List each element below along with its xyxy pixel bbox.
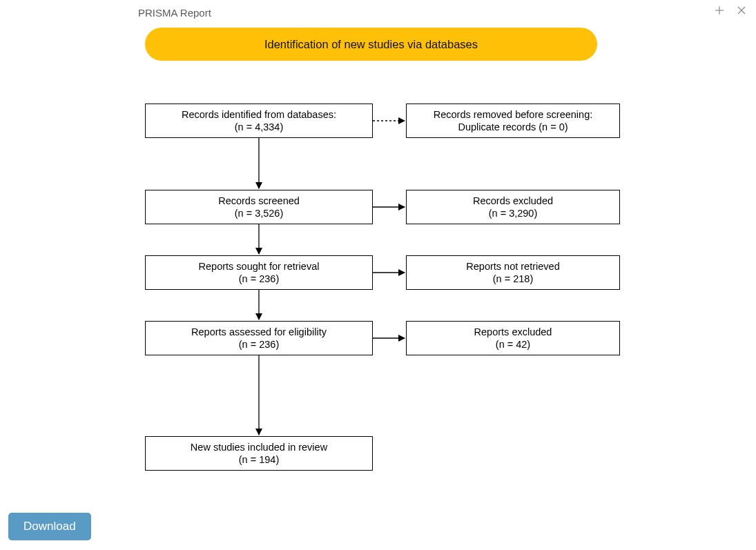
window-controls (715, 6, 746, 18)
box-line: (n = 4,334) (235, 121, 284, 133)
box-line: (n = 218) (493, 273, 533, 285)
box-line: Reports not retrieved (466, 260, 559, 273)
box-line: Records removed before screening: (434, 108, 593, 121)
plus-icon[interactable] (715, 6, 724, 18)
download-button[interactable]: Download (8, 513, 91, 540)
box-records-screened: Records screened (n = 3,526) (145, 190, 373, 224)
box-records-identified: Records identified from databases: (n = … (145, 104, 373, 138)
box-line: (n = 3,526) (235, 207, 284, 219)
box-line: Reports sought for retrieval (199, 260, 320, 273)
box-line: Records identified from databases: (182, 108, 336, 121)
box-line: Records screened (218, 195, 300, 207)
flow-arrows (0, 0, 756, 550)
box-line: Reports assessed for eligibility (191, 326, 327, 338)
box-reports-sought: Reports sought for retrieval (n = 236) (145, 255, 373, 290)
box-records-excluded: Records excluded (n = 3,290) (406, 190, 620, 224)
close-icon[interactable] (737, 6, 746, 18)
box-reports-excluded: Reports excluded (n = 42) (406, 321, 620, 355)
box-line: Records excluded (473, 195, 553, 207)
box-line: (n = 236) (239, 338, 279, 351)
box-reports-assessed: Reports assessed for eligibility (n = 23… (145, 321, 373, 355)
window-title: PRISMA Report (138, 7, 211, 19)
box-new-studies: New studies included in review (n = 194) (145, 436, 373, 471)
box-reports-not-retrieved: Reports not retrieved (n = 218) (406, 255, 620, 290)
box-line: (n = 3,290) (489, 207, 538, 219)
box-line: New studies included in review (191, 441, 327, 453)
box-line: (n = 236) (239, 273, 279, 285)
box-line: Duplicate records (n = 0) (458, 121, 568, 133)
box-records-removed: Records removed before screening: Duplic… (406, 104, 620, 138)
box-line: (n = 194) (239, 453, 279, 466)
box-line: Reports excluded (474, 326, 552, 338)
box-line: (n = 42) (496, 338, 530, 351)
section-banner: Identification of new studies via databa… (145, 28, 597, 61)
